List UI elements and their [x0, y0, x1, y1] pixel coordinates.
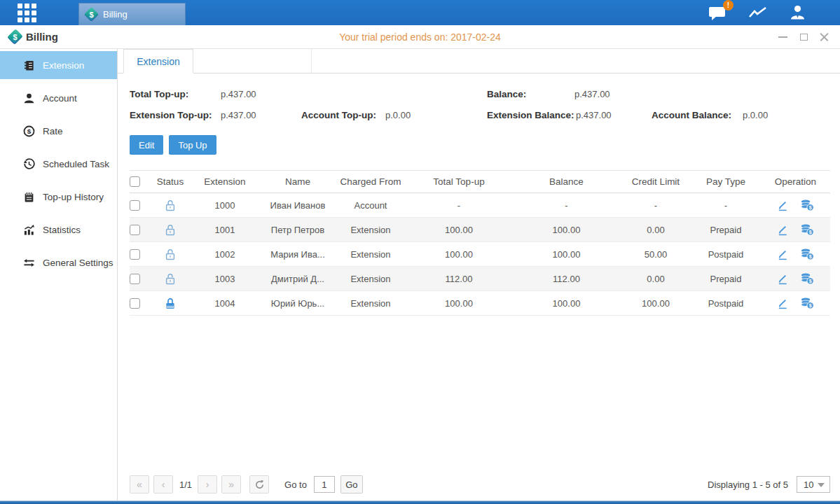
table-body: 1000 Иван Иванов Account - - - - $ 1001 …: [130, 193, 830, 316]
top-up-row-icon[interactable]: $: [800, 272, 814, 285]
row-checkbox[interactable]: [130, 274, 140, 284]
sidebar-item-label: Statistics: [43, 225, 81, 235]
total-topup-cell: 100.00: [406, 225, 512, 235]
balance-label: Balance:: [487, 89, 574, 99]
table-row[interactable]: 1000 Иван Иванов Account - - - - $: [130, 193, 830, 218]
top-up-row-icon[interactable]: $: [800, 199, 814, 211]
lock-cell: [151, 297, 190, 310]
balance-cell: 100.00: [512, 225, 621, 235]
sidebar-item-label: General Settings: [43, 258, 113, 268]
extension-topup-value: p.437.00: [221, 110, 301, 120]
sidebar-item-statistics[interactable]: Statistics: [0, 216, 117, 244]
lock-status-icon: [165, 272, 176, 283]
table-row[interactable]: 1003 Дмитрий Д... Extension 112.00 112.0…: [130, 267, 830, 291]
row-checkbox[interactable]: [130, 225, 140, 235]
edit-row-icon[interactable]: [777, 273, 789, 285]
edit-row-icon[interactable]: [777, 224, 789, 236]
lock-cell: [151, 248, 190, 261]
app-launcher-grid-icon[interactable]: [0, 0, 53, 25]
statistics-chart-icon[interactable]: [748, 6, 768, 20]
col-balance: Balance: [512, 176, 621, 187]
row-checkbox[interactable]: [130, 249, 140, 260]
lock-status-icon: [165, 199, 176, 209]
sidebar-item-account[interactable]: Account: [0, 84, 117, 112]
lock-cell: [151, 272, 190, 286]
go-button[interactable]: Go: [340, 475, 363, 493]
goto-label: Go to: [284, 479, 307, 490]
last-page-button[interactable]: »: [221, 475, 241, 493]
billing-diamond-icon: $: [7, 29, 23, 45]
charged-from-cell: Extension: [336, 298, 406, 309]
sidebar-item-rate[interactable]: $ Rate: [0, 117, 117, 145]
taskbar-tab-billing[interactable]: $ Billing: [78, 3, 186, 25]
goto-page-input[interactable]: [314, 476, 335, 493]
total-topup-label: Total Top-up:: [130, 89, 221, 99]
page-size-select[interactable]: 10: [797, 476, 830, 493]
sidebar-item-scheduled-task[interactable]: Scheduled Task: [0, 150, 117, 178]
edit-row-icon[interactable]: [777, 298, 789, 309]
name-cell: Юрий Юрь...: [260, 298, 336, 309]
next-page-button[interactable]: ›: [198, 475, 217, 493]
name-cell: Иван Иванов: [260, 200, 336, 211]
extension-topup-label: Extension Top-up:: [130, 110, 221, 120]
sidebar-item-topup-history[interactable]: Top-up History: [0, 183, 117, 211]
messages-icon[interactable]: !: [708, 5, 727, 21]
name-cell: Мария Ива...: [260, 249, 336, 260]
row-checkbox[interactable]: [130, 298, 140, 309]
top-up-row-icon[interactable]: $: [800, 297, 814, 309]
select-all-checkbox[interactable]: [130, 176, 140, 187]
balance-cell: -: [512, 200, 621, 211]
row-checkbox[interactable]: [130, 200, 140, 211]
total-topup-cell: -: [406, 200, 512, 211]
svg-text:$: $: [809, 205, 812, 211]
svg-text:$: $: [809, 254, 812, 260]
col-extension: Extension: [190, 176, 260, 187]
content-spacer: [118, 316, 840, 468]
page-size-value: 10: [804, 479, 813, 490]
edit-button[interactable]: Edit: [130, 135, 163, 155]
balance-cell: 112.00: [512, 274, 621, 284]
main-content: Extension Total Top-up: p.437.00 Balance…: [118, 49, 840, 500]
notepad-icon: [23, 191, 35, 203]
edit-row-icon[interactable]: [777, 200, 789, 211]
prev-page-button[interactable]: ‹: [153, 475, 173, 493]
sidebar-item-label: Scheduled Task: [43, 159, 109, 169]
table-row[interactable]: 1004 Юрий Юрь... Extension 100.00 100.00…: [130, 291, 830, 316]
sidebar-item-general-settings[interactable]: General Settings: [0, 248, 117, 276]
table-row[interactable]: 1002 Мария Ива... Extension 100.00 100.0…: [130, 242, 830, 267]
sidebar-item-extension[interactable]: Extension: [0, 51, 117, 79]
close-button[interactable]: [819, 31, 830, 43]
balance-cell: 100.00: [512, 249, 621, 260]
sidebar-item-label: Rate: [43, 126, 63, 136]
window-title-label: Billing: [26, 31, 58, 43]
balance-summary: Total Top-up: p.437.00 Balance: p.437.00…: [118, 74, 840, 131]
tab-label: Extension: [137, 56, 179, 67]
first-page-button[interactable]: «: [130, 475, 149, 493]
top-up-button[interactable]: Top Up: [169, 135, 216, 155]
account-topup-value: p.0.00: [385, 110, 411, 120]
billing-diamond-icon: $: [84, 7, 99, 22]
maximize-button[interactable]: [798, 31, 809, 43]
top-up-row-icon[interactable]: $: [800, 248, 814, 260]
lock-status-icon: [165, 248, 176, 258]
pay-type-cell: Postpaid: [691, 249, 761, 260]
tab-extension[interactable]: Extension: [123, 49, 193, 74]
sidebar: Extension Account $ Rate Scheduled Task …: [0, 49, 118, 500]
charged-from-cell: Extension: [336, 274, 406, 284]
dollar-coin-icon: $: [23, 125, 35, 137]
minimize-button[interactable]: [777, 31, 788, 43]
refresh-button[interactable]: [249, 475, 269, 493]
table-row[interactable]: 1001 Петр Петров Extension 100.00 100.00…: [130, 218, 830, 242]
screen: $ Billing ! $ Billing Your trial period …: [0, 0, 840, 504]
table-header: Status Extension Name Charged From Total…: [130, 170, 830, 193]
credit-limit-cell: 50.00: [621, 249, 691, 260]
window-title: $ Billing: [10, 31, 58, 43]
edit-row-icon[interactable]: [777, 248, 789, 260]
total-topup-cell: 112.00: [406, 274, 512, 284]
pagination-bar: « ‹ 1/1 › » Go to Go Displaying 1 - 5 of…: [118, 468, 840, 500]
top-up-row-icon[interactable]: $: [800, 223, 814, 236]
user-account-icon[interactable]: [789, 4, 806, 21]
window-controls: [777, 31, 830, 43]
total-topup-cell: 100.00: [406, 298, 512, 309]
account-topup-label: Account Top-up:: [301, 110, 385, 120]
